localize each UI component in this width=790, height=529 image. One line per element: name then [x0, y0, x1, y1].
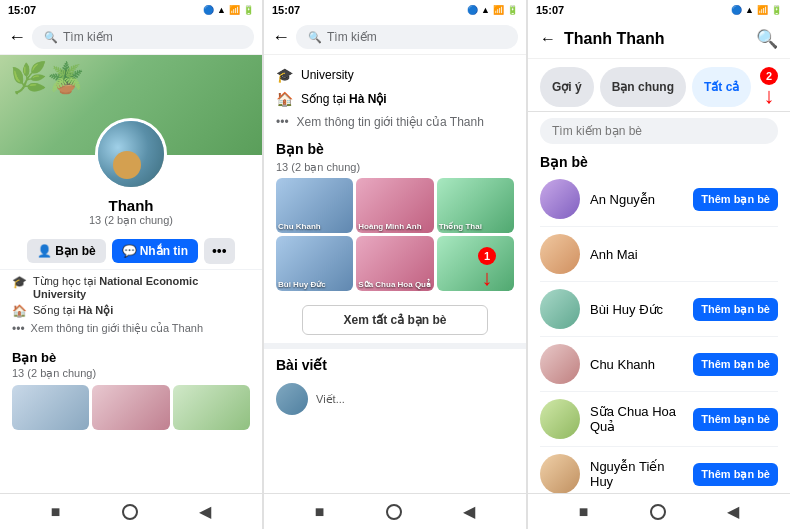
list-item: Anh Mai — [528, 227, 790, 281]
nav-square-icon-3[interactable]: ■ — [579, 503, 589, 521]
friend-button[interactable]: 👤 Bạn bè — [27, 239, 105, 263]
p2-bio-items: 🎓 University 🏠 Sống tại Hà Nội ••• Xem t… — [264, 55, 526, 133]
status-bar-1: 15:07 🔵 ▲ 📶 🔋 — [0, 0, 262, 20]
p2-scroll-content[interactable]: 🎓 University 🏠 Sống tại Hà Nội ••• Xem t… — [264, 55, 526, 493]
bio-location: 🏠 Sống tại Hà Nội — [12, 304, 250, 318]
status-icons-3: 🔵 ▲ 📶 🔋 — [731, 5, 782, 15]
search-box-1[interactable]: 🔍 Tìm kiếm — [32, 25, 254, 49]
panel-add-friends: 15:07 🔵 ▲ 📶 🔋 ← Thanh Thanh 🔍 Gợi ý Bạn … — [528, 0, 790, 529]
search-friends-input[interactable] — [540, 118, 778, 144]
status-icons-1: 🔵 ▲ 📶 🔋 — [203, 5, 254, 15]
add-friend-btn-4[interactable]: Thêm bạn bè — [693, 353, 778, 376]
panel-friends-scroll: 15:07 🔵 ▲ 📶 🔋 ← 🔍 Tìm kiếm 🎓 University … — [264, 0, 526, 529]
more-button[interactable]: ••• — [204, 238, 235, 264]
location-text: Sống tại Hà Nội — [301, 92, 387, 106]
avatar-image — [98, 121, 164, 187]
profile-info: Thanh 13 (2 bạn chung) — [0, 197, 262, 233]
tab-ban-chung[interactable]: Bạn chung — [600, 67, 686, 107]
friend-thumb-3[interactable] — [173, 385, 250, 430]
bluetooth-icon: 🔵 — [203, 5, 214, 15]
p3-header: ← Thanh Thanh 🔍 — [528, 20, 790, 59]
add-friend-btn-6[interactable]: Thêm bạn bè — [693, 463, 778, 486]
panel-profile: 15:07 🔵 ▲ 📶 🔋 ← 🔍 Tìm kiếm 🌿🪴 T — [0, 0, 262, 529]
friend-avatar-5 — [540, 399, 580, 439]
back-arrow-3[interactable]: ← — [540, 30, 556, 48]
post-item: Viết... — [264, 377, 526, 421]
friend-photo-label-5: Sữa Chua Hoa Quả — [358, 280, 431, 289]
message-button-label: Nhắn tin — [140, 244, 188, 258]
post-text[interactable]: Viết... — [316, 393, 345, 406]
down-arrow-2: ↓ — [764, 85, 775, 107]
friend-photo-6[interactable] — [437, 236, 514, 291]
message-button[interactable]: 💬 Nhắn tin — [112, 239, 198, 263]
nav-back-icon-2[interactable]: ◀ — [463, 502, 475, 521]
friend-name-5: Sữa Chua Hoa Quả — [590, 404, 683, 434]
nav-back-icon[interactable]: ◀ — [199, 502, 211, 521]
dots-icon-2: ••• — [276, 115, 289, 129]
friend-name-4: Chu Khanh — [590, 357, 683, 372]
back-arrow-2[interactable]: ← — [272, 27, 290, 48]
status-bar-3: 15:07 🔵 ▲ 📶 🔋 — [528, 0, 790, 20]
p2-friends-header: Bạn bè — [264, 133, 526, 161]
friend-button-label: Bạn bè — [55, 244, 95, 258]
nav-circle-icon[interactable] — [122, 504, 138, 520]
friend-icon: 👤 — [37, 244, 52, 258]
friend-name-1: An Nguyễn — [590, 192, 683, 207]
bluetooth-icon-3: 🔵 — [731, 5, 742, 15]
down-arrow-1: ↓ — [482, 267, 493, 289]
p2-friends-count: 13 (2 bạn chung) — [264, 161, 526, 178]
search-icon-2: 🔍 — [308, 31, 322, 44]
p2-see-intro[interactable]: ••• Xem thông tin giới thiệu của Thanh — [276, 111, 514, 133]
nav-square-icon[interactable]: ■ — [51, 503, 61, 521]
bottom-nav-2: ■ ◀ — [264, 493, 526, 529]
tab-tat-ca[interactable]: Tất cả — [692, 67, 751, 107]
arrow-1-annotation: 1 ↓ — [478, 247, 496, 289]
friend-photo-5[interactable]: Sữa Chua Hoa Quả — [356, 236, 433, 291]
status-icons-2: 🔵 ▲ 📶 🔋 — [467, 5, 518, 15]
add-friend-btn-5[interactable]: Thêm bạn bè — [693, 408, 778, 431]
bio-section: 🎓 Từng học tại National Economic Univers… — [0, 269, 262, 345]
friend-name-6: Nguyễn Tiến Huy — [590, 459, 683, 489]
p2-location: 🏠 Sống tại Hà Nội — [276, 87, 514, 111]
nav-square-icon-2[interactable]: ■ — [315, 503, 325, 521]
profile-name: Thanh — [8, 197, 254, 214]
bio-intro-text: Xem thông tin giới thiệu của Thanh — [31, 322, 203, 335]
education-icon: 🎓 — [12, 275, 27, 289]
friend-photo-2[interactable]: Hoàng Minh Anh — [356, 178, 433, 233]
back-arrow-1[interactable]: ← — [8, 27, 26, 48]
friends-list-header: Bạn bè — [528, 150, 790, 172]
add-friend-btn-3[interactable]: Thêm bạn bè — [693, 298, 778, 321]
friend-photo-3[interactable]: Thống Thai — [437, 178, 514, 233]
friend-photo-1[interactable]: Chu Khanh — [276, 178, 353, 233]
nav-circle-icon-2[interactable] — [386, 504, 402, 520]
friend-photo-label-2: Hoàng Minh Anh — [358, 222, 421, 231]
nav-back-icon-3[interactable]: ◀ — [727, 502, 739, 521]
arrow-2-wrap: 2 ↓ — [760, 67, 778, 107]
friend-avatar-3 — [540, 289, 580, 329]
add-friend-btn-1[interactable]: Thêm bạn bè — [693, 188, 778, 211]
search-icon-3[interactable]: 🔍 — [756, 28, 778, 50]
p2-university: 🎓 University — [276, 63, 514, 87]
status-bar-2: 15:07 🔵 ▲ 📶 🔋 — [264, 0, 526, 20]
post-avatar — [276, 383, 308, 415]
tab-goi-y[interactable]: Gợi ý — [540, 67, 594, 107]
nav-circle-icon-3[interactable] — [650, 504, 666, 520]
wifi-icon-3: ▲ — [745, 5, 754, 15]
see-intro-text: Xem thông tin giới thiệu của Thanh — [297, 115, 484, 129]
friend-thumb-1[interactable] — [12, 385, 89, 430]
p3-friends-list[interactable]: An Nguyễn Thêm bạn bè Anh Mai Bùi Huy Đứ… — [528, 172, 790, 493]
search-placeholder-2: Tìm kiếm — [327, 30, 377, 44]
university-text: University — [301, 68, 354, 82]
friend-thumb-2[interactable] — [92, 385, 169, 430]
signal-icon: 📶 — [229, 5, 240, 15]
friends-section: Bạn bè 13 (2 bạn chung) — [0, 345, 262, 435]
bio-intro[interactable]: ••• Xem thông tin giới thiệu của Thanh — [12, 322, 250, 336]
avatar-decoration — [113, 151, 141, 179]
see-all-button[interactable]: Xem tất cả bạn bè — [302, 305, 487, 335]
friend-photo-4[interactable]: Bùi Huy Đức — [276, 236, 353, 291]
avatar — [95, 118, 167, 190]
home-icon: 🏠 — [12, 304, 27, 318]
signal-icon-3: 📶 — [757, 5, 768, 15]
mutual-count: 13 (2 bạn chung) — [8, 214, 254, 227]
search-box-2[interactable]: 🔍 Tìm kiếm — [296, 25, 518, 49]
